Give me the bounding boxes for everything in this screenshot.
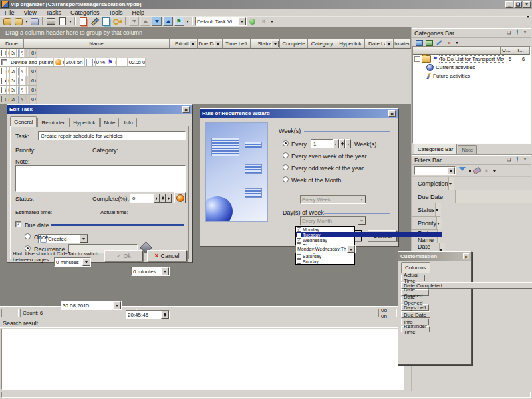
actual-time-combo[interactable]: 0 minutes xyxy=(131,267,170,276)
filter-row[interactable]: Completion xyxy=(412,177,436,190)
toolbar-right-overflow-icon[interactable] xyxy=(527,18,529,25)
column-sort-dropdown-icon[interactable] xyxy=(385,41,392,47)
once-time-updown-icon[interactable] xyxy=(161,311,169,319)
clear-filter-icon[interactable] xyxy=(472,167,481,175)
menu-help[interactable]: Help xyxy=(127,9,149,16)
column-item[interactable]: Actual Time xyxy=(401,275,425,281)
column-header[interactable]: Due Date xyxy=(198,39,223,49)
day-option[interactable]: ✓ Wednesday xyxy=(296,237,325,243)
category-overflow-icon[interactable] xyxy=(185,17,190,26)
task-view-combo[interactable]: Default Task Vi xyxy=(195,17,247,26)
apply-filter-dropdown-icon[interactable] xyxy=(467,166,472,176)
categories-u-column-header[interactable]: U... xyxy=(501,47,515,55)
new-database-icon[interactable] xyxy=(2,17,12,26)
actual-time-dropdown-icon[interactable] xyxy=(161,267,169,275)
filter-preset-dropdown-icon[interactable] xyxy=(447,167,455,174)
categories-close-icon[interactable]: × xyxy=(521,30,529,37)
category-child-row[interactable]: Current activities xyxy=(413,63,530,72)
cancel-button[interactable]: × Cancel xyxy=(147,250,187,261)
complete-min-icon[interactable] xyxy=(154,194,160,203)
once-date-combo[interactable]: 30.08.2015 xyxy=(61,301,122,310)
move-task-down-icon[interactable] xyxy=(129,17,139,26)
group-by-bar[interactable]: Drag a column header here to group by th… xyxy=(0,27,411,39)
every-weeks-input[interactable]: 1 xyxy=(311,139,333,148)
filters-pin-icon[interactable]: ╿ xyxy=(513,157,521,164)
print-preview-icon[interactable] xyxy=(57,17,67,26)
filter-dropdown-icon[interactable] xyxy=(436,209,438,213)
task-view-combo-dropdown-icon[interactable] xyxy=(238,17,246,25)
tab-columns[interactable]: Columns xyxy=(401,262,430,273)
menu-categories[interactable]: Categories xyxy=(66,9,104,16)
edit-task-icon[interactable] xyxy=(90,17,100,26)
column-sort-dropdown-icon[interactable] xyxy=(189,41,196,47)
column-item[interactable]: Due Date xyxy=(401,311,430,318)
collapse-node-icon[interactable]: − xyxy=(414,56,420,62)
table-row[interactable]: Devise and put into action transportatio… xyxy=(0,58,146,67)
day-option[interactable]: ✓ Monday xyxy=(296,227,321,232)
filter-row[interactable]: Priority xyxy=(412,217,438,230)
menu-tasks[interactable]: Tasks xyxy=(41,9,66,16)
complete-updown-icon[interactable] xyxy=(160,194,166,203)
categories-t-column-header[interactable]: T... xyxy=(515,47,530,55)
column-item[interactable]: Days Left xyxy=(401,304,429,311)
due-date-checkbox[interactable]: ✓ xyxy=(15,221,21,227)
note-textarea[interactable] xyxy=(15,165,186,192)
days-combo-dropdown-icon[interactable] xyxy=(347,245,355,253)
column-header[interactable]: Done xyxy=(0,39,24,49)
filter-dropdown-icon[interactable] xyxy=(437,223,440,226)
edit-task-titlebar[interactable]: Edit Task × xyxy=(7,105,192,114)
done-checkbox[interactable] xyxy=(1,59,7,65)
done-checkbox[interactable] xyxy=(1,96,2,102)
filters-toolbar-overflow-icon[interactable] xyxy=(492,166,497,176)
collapse-all-icon[interactable] xyxy=(163,17,173,26)
assign-category-icon[interactable]: ⚑ xyxy=(174,17,184,26)
edit-task-close-icon[interactable]: × xyxy=(182,106,190,113)
day-checkbox[interactable]: ✓ xyxy=(297,254,301,259)
open-database-icon[interactable] xyxy=(13,17,23,26)
menu-view[interactable]: View xyxy=(19,9,41,16)
complete-input[interactable]: 0 xyxy=(130,194,154,203)
once-time-spinner[interactable]: 20:45:45 xyxy=(126,310,170,319)
customization-titlebar[interactable]: Customization × xyxy=(398,252,471,261)
tab-categories-bar[interactable]: Categories Bar xyxy=(414,144,457,154)
save-database-icon[interactable] xyxy=(29,17,39,26)
column-item[interactable]: Date Opened xyxy=(401,297,426,303)
every-radio[interactable] xyxy=(283,140,289,146)
categories-restore-icon[interactable]: ❏ xyxy=(505,30,513,37)
close-button[interactable]: × xyxy=(523,1,531,8)
column-item[interactable]: Reminder Time xyxy=(401,326,430,332)
minimize-button[interactable]: _ xyxy=(505,1,513,8)
column-header[interactable]: Date Las xyxy=(365,39,394,49)
open-database-dropdown-icon[interactable] xyxy=(24,17,29,26)
filter-preset-combo[interactable] xyxy=(414,166,456,175)
recurrence-wizard-titlebar[interactable]: Rule of Recurrence Wizard × xyxy=(200,109,398,118)
delete-filter-icon[interactable]: × xyxy=(482,167,491,175)
delete-view-icon[interactable]: × xyxy=(259,17,269,26)
filter-row[interactable]: Due Date xyxy=(412,190,532,203)
menu-tools[interactable]: Tools xyxy=(104,9,127,16)
day-checkbox[interactable]: ✓ xyxy=(297,233,301,237)
table-row[interactable]: Create repair schedule for vehicles Norm… xyxy=(0,95,29,104)
expand-all-icon[interactable] xyxy=(152,17,162,26)
column-sort-dropdown-icon[interactable] xyxy=(271,41,279,47)
table-row[interactable]: Arrange collection and delivery of vehic… xyxy=(0,76,25,86)
column-header[interactable]: Estimated Ti xyxy=(394,39,411,49)
column-header[interactable]: Time Left xyxy=(223,39,251,49)
once-date-dropdown-icon[interactable] xyxy=(113,301,121,309)
column-header[interactable]: Hyperlink xyxy=(336,39,365,49)
view-task-icon[interactable] xyxy=(112,17,122,26)
done-checkbox[interactable] xyxy=(1,68,2,74)
tab-note[interactable]: Note xyxy=(458,145,477,154)
move-task-up-icon[interactable] xyxy=(140,17,150,26)
day-checkbox[interactable]: ✓ xyxy=(297,238,301,243)
day-checkbox[interactable]: ✓ xyxy=(297,259,301,264)
table-row[interactable]: Work out new tariffs for vehicles for hi… xyxy=(0,86,28,95)
print-icon[interactable] xyxy=(46,17,56,26)
column-header[interactable]: Priority xyxy=(170,39,198,49)
day-option[interactable]: ✓ Sunday xyxy=(296,259,325,264)
category-child-row[interactable]: Future activities xyxy=(413,72,530,80)
done-checkbox[interactable] xyxy=(1,50,2,56)
filter-dropdown-icon[interactable] xyxy=(449,183,452,186)
filters-close-icon[interactable]: × xyxy=(521,157,529,164)
print-overflow-icon[interactable] xyxy=(68,17,72,26)
